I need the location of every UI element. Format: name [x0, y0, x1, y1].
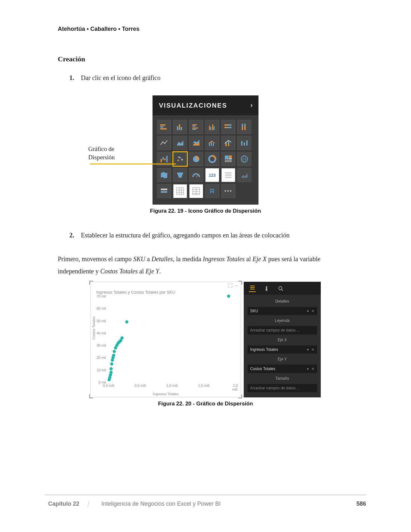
- svg-rect-17: [224, 127, 227, 128]
- scatter-point: [110, 362, 113, 366]
- stacked-bar-chart-icon[interactable]: [157, 120, 171, 134]
- treemap-chart-icon[interactable]: [221, 152, 235, 166]
- more-visuals-icon[interactable]: •••: [221, 184, 235, 198]
- fields-tab-icon[interactable]: [249, 285, 256, 292]
- svg-rect-4: [179, 124, 180, 130]
- line-stacked-column-chart-icon[interactable]: [221, 136, 235, 150]
- svg-rect-13: [214, 126, 214, 130]
- funnel-chart-icon[interactable]: [173, 168, 187, 182]
- svg-rect-37: [164, 158, 166, 160]
- svg-rect-10: [209, 126, 210, 130]
- svg-rect-73: [250, 289, 255, 289]
- svg-rect-33: [244, 142, 245, 146]
- visualizations-title: VISUALIZACIONES: [159, 102, 227, 109]
- authors-line: Atehortúa • Caballero • Torres: [58, 26, 353, 32]
- svg-rect-48: [225, 160, 232, 162]
- filled-map-chart-icon[interactable]: [157, 168, 171, 182]
- svg-rect-57: [225, 177, 232, 178]
- field-well-ingresos[interactable]: Ingresos Totales ▾✕: [248, 345, 317, 354]
- svg-point-76: [279, 287, 282, 290]
- r-script-visual-icon[interactable]: R: [205, 184, 219, 198]
- step-2: 2. Establecer la estructura del gráfico,…: [69, 230, 353, 240]
- section-heading: Creación: [58, 55, 353, 63]
- remove-field-icon[interactable]: ✕: [311, 367, 314, 371]
- svg-rect-12: [212, 124, 213, 130]
- scatter-point: [227, 295, 230, 298]
- svg-rect-60: [161, 191, 167, 193]
- para-frag: al: [245, 255, 252, 262]
- multi-row-card-chart-icon[interactable]: [221, 168, 235, 182]
- para-em-ejey: Eje Y: [145, 268, 159, 275]
- svg-point-40: [179, 157, 181, 159]
- matrix-chart-icon[interactable]: [189, 184, 203, 198]
- resize-handle-tr[interactable]: [238, 281, 242, 285]
- clustered-bar-chart-icon[interactable]: [189, 120, 203, 134]
- table-chart-icon[interactable]: [173, 184, 187, 198]
- resize-handle-bl[interactable]: [89, 395, 93, 398]
- donut-chart-icon[interactable]: [205, 152, 219, 166]
- svg-rect-15: [224, 124, 228, 126]
- remove-field-icon[interactable]: ✕: [311, 309, 314, 313]
- footer-page-number: 586: [356, 501, 366, 507]
- focus-mode-icon[interactable]: ⛶: [228, 283, 232, 288]
- stacked-bar-100-chart-icon[interactable]: [221, 120, 235, 134]
- pie-chart-icon[interactable]: [189, 152, 203, 166]
- clustered-column-chart-icon[interactable]: [205, 120, 219, 134]
- analytics-tab-icon[interactable]: [277, 285, 284, 292]
- step-1-text: Dar clic en el icono del gráfico: [81, 73, 161, 83]
- svg-rect-59: [161, 189, 167, 190]
- x-tick: 2,0 mill.: [230, 384, 241, 391]
- stacked-column-100-chart-icon[interactable]: [237, 120, 251, 134]
- area-chart-icon[interactable]: [173, 136, 187, 150]
- ribbon-chart-icon[interactable]: [237, 136, 251, 150]
- more-options-icon[interactable]: ···: [235, 283, 239, 288]
- y-axis-label: Costos Totales: [92, 316, 96, 340]
- svg-rect-0: [160, 124, 165, 126]
- column-chart-icon[interactable]: [173, 120, 187, 134]
- svg-point-42: [178, 156, 179, 158]
- scatter-chart-card[interactable]: ⛶ ··· Ingresos Totales y Costos Totales …: [90, 282, 241, 397]
- figure-22-19: Gráfico de Dispersión VISUALIZACIONES ›: [116, 95, 295, 214]
- field-well-tamano-placeholder[interactable]: Arrastrar campos de datos ...: [248, 384, 317, 392]
- resize-handle-br[interactable]: [238, 395, 242, 398]
- svg-rect-2: [160, 128, 167, 129]
- dropdown-icon[interactable]: ▾: [307, 348, 309, 352]
- y-tick: 60 mil: [97, 306, 106, 310]
- field-well-leyenda-placeholder[interactable]: Arrastrar campos de datos ...: [248, 326, 317, 334]
- svg-point-39: [178, 160, 179, 161]
- y-tick: 10 mil: [97, 368, 106, 372]
- svg-rect-1: [160, 126, 163, 128]
- kpi-chart-icon[interactable]: [237, 168, 251, 182]
- remove-field-icon[interactable]: ✕: [311, 348, 314, 352]
- gauge-chart-icon[interactable]: [189, 168, 203, 182]
- line-chart-icon[interactable]: [157, 136, 171, 150]
- visualizations-header: VISUALIZACIONES ›: [153, 95, 258, 115]
- page-footer: Capítulo 22 Inteligencia de Negocios con…: [45, 495, 366, 513]
- field-label-ejex: Eje X: [248, 336, 317, 343]
- stacked-area-chart-icon[interactable]: [189, 136, 203, 150]
- scatter-point: [125, 320, 128, 324]
- para-frag: a: [145, 255, 152, 262]
- svg-rect-72: [250, 287, 255, 288]
- format-tab-icon[interactable]: [263, 285, 270, 292]
- y-tick: 70 mil: [97, 294, 106, 298]
- field-well-costos[interactable]: Costos Totales ▾✕: [248, 365, 317, 373]
- x-tick: 0,0 mill.: [103, 384, 115, 387]
- footer-title: Inteligencia de Negocios con Excel y Pow…: [89, 501, 356, 507]
- dropdown-icon[interactable]: ▾: [307, 367, 309, 371]
- card-chart-icon[interactable]: 123: [205, 168, 219, 182]
- slicer-icon[interactable]: [157, 184, 171, 198]
- svg-rect-35: [161, 159, 162, 162]
- line-clustered-column-chart-icon[interactable]: [205, 136, 219, 150]
- map-chart-icon[interactable]: [237, 152, 251, 166]
- field-well-sku[interactable]: SKU ▾✕: [248, 307, 317, 315]
- y-tick: 50 mil: [97, 319, 106, 323]
- chevron-right-icon[interactable]: ›: [250, 101, 253, 110]
- resize-handle-tl[interactable]: [89, 281, 93, 285]
- step-1: 1. Dar clic en el icono del gráfico: [69, 73, 353, 83]
- dropdown-icon[interactable]: ▾: [307, 309, 309, 313]
- scatter-point: [109, 367, 113, 370]
- y-tick: 30 mil: [97, 343, 106, 347]
- para-frag: Primero, movemos el campo: [58, 255, 133, 262]
- svg-rect-38: [166, 156, 168, 162]
